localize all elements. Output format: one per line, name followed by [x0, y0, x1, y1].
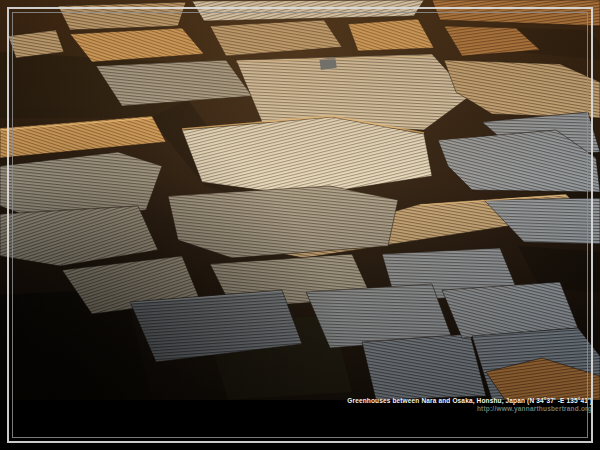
aerial-photo [0, 0, 600, 400]
caption-url: http://www.yannarthusbertrand.org [347, 405, 592, 412]
caption-text: Greenhouses between Nara and Osaka, Hons… [347, 397, 592, 404]
photo-caption: Greenhouses between Nara and Osaka, Hons… [347, 397, 592, 412]
wallpaper: Greenhouses between Nara and Osaka, Hons… [0, 0, 600, 450]
greenhouse-patchwork-illustration [0, 0, 600, 400]
lighting-overlay [0, 0, 600, 400]
vignette [0, 0, 600, 400]
